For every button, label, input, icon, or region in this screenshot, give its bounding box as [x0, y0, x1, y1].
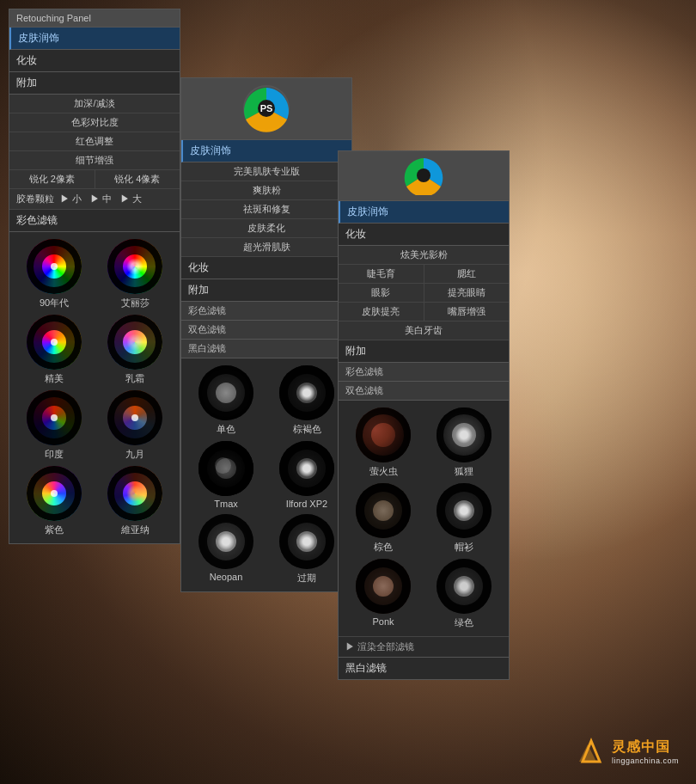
color-item-viana[interactable]: 維亚纳 — [97, 466, 173, 536]
panel-3-skin-section[interactable]: 皮肤润饰 — [339, 201, 509, 224]
wheel-brown-label: 棕褐色 — [293, 423, 321, 436]
wheel-90s-label: 90年代 — [40, 297, 69, 309]
panel-1-color-filter-header: 彩色滤镜 — [9, 210, 180, 232]
wheel-firefly-icon — [356, 407, 411, 462]
btn-ultra-smooth[interactable]: 超光滑肌肤 — [181, 238, 351, 257]
wheel-neopan-icon — [198, 514, 253, 569]
btn-sharpen-4px[interactable]: 锐化 4像素 — [95, 170, 180, 188]
panel-1-skin-section[interactable]: 皮肤润饰 — [9, 28, 180, 50]
wheel-neopan-label: Neopan — [210, 572, 243, 582]
btn-lashes[interactable]: 睫毛育 — [339, 265, 424, 283]
btn-blush[interactable]: 腮红 — [424, 265, 510, 283]
panel-1-color-grid: 90年代 艾丽莎 精美 乳霜 印度 九月 紫色 — [9, 232, 180, 543]
wheel-india-label: 印度 — [45, 448, 64, 461]
color-item-90s[interactable]: 90年代 — [16, 239, 92, 309]
watermark-text-block: 灵感中国 lingganchina.com — [612, 738, 679, 765]
btn-fresh-powder[interactable]: 爽肤粉 — [181, 181, 351, 200]
panel-3-addon-section[interactable]: 附加 — [339, 340, 509, 363]
wheel-jingmei-label: 精美 — [45, 372, 64, 385]
bw-item-mono[interactable]: 单色 — [188, 365, 264, 436]
panel-2-titlebar[interactable]: PS — [181, 78, 351, 140]
color-item-jingmei[interactable]: 精美 — [16, 315, 92, 385]
btn-red-adjust[interactable]: 红色调整 — [9, 132, 180, 151]
panel-1-makeup-section[interactable]: 化妆 — [9, 50, 180, 72]
wheel-sept-label: 九月 — [125, 448, 144, 461]
bw-item-expired[interactable]: 过期 — [269, 514, 345, 585]
color-item-alice[interactable]: 艾丽莎 — [97, 239, 173, 309]
bw3-item-hat[interactable]: 帽衫 — [426, 483, 502, 554]
watermark-logo-icon — [576, 736, 607, 767]
wheel-hat-icon — [437, 483, 491, 538]
panel-1: Retouching Panel 皮肤润饰 化妆 附加 加深/减淡 色彩对比度 … — [9, 9, 180, 544]
bw3-item-tan[interactable]: 棕色 — [345, 483, 421, 554]
btn-sharpen-2px[interactable]: 锐化 2像素 — [9, 170, 95, 188]
svg-point-5 — [417, 168, 430, 182]
panel-3-makeup-section[interactable]: 化妆 — [339, 224, 509, 246]
wheel-ponk-icon — [356, 559, 411, 614]
btn-whitening[interactable]: 美白牙齿 — [339, 322, 509, 340]
svg-text:PS: PS — [260, 103, 273, 113]
makeup-row-2: 眼影 提亮眼睛 — [339, 284, 509, 303]
bw-item-tmax[interactable]: Tmax — [188, 441, 264, 509]
grain-large[interactable]: ▶ 大 — [118, 192, 144, 206]
wheel-brown-icon — [279, 365, 334, 420]
wheel-lactic-icon — [107, 315, 162, 370]
watermark-cn: 灵感中国 — [612, 738, 670, 756]
color-item-purple[interactable]: 紫色 — [16, 466, 92, 536]
btn-lip-enhance[interactable]: 嘴唇增强 — [424, 303, 510, 321]
grain-medium[interactable]: ▶ 中 — [88, 192, 114, 206]
wheel-jingmei-icon — [27, 315, 82, 370]
btn-glamour-powder[interactable]: 炫美光影粉 — [339, 246, 509, 265]
sharpen-row: 锐化 2像素 锐化 4像素 — [9, 170, 180, 189]
bw-item-neopan[interactable]: Neopan — [188, 514, 264, 585]
panel-3-bw-grid: 萤火虫 狐狸 棕色 帽衫 Ponk 绿色 — [339, 401, 509, 636]
wheel-ilford-label: Ilford XP2 — [286, 499, 327, 509]
panel-2-addon-section[interactable]: 附加 — [181, 279, 351, 302]
panel-3-bw-header: 黑白滤镜 — [339, 657, 509, 679]
ps-logo-small-icon — [398, 156, 449, 195]
grain-label: 胶卷颗粒 — [16, 193, 54, 205]
btn-darken-lighten[interactable]: 加深/减淡 — [9, 95, 180, 113]
bw3-item-green[interactable]: 绿色 — [426, 559, 502, 629]
wheel-purple-label: 紫色 — [45, 524, 64, 536]
color-item-lactic[interactable]: 乳霜 — [97, 315, 173, 385]
wheel-green-icon — [437, 559, 491, 614]
wheel-tmax-icon — [198, 441, 253, 496]
panel-2-bw-grid: 单色 棕褐色 Tmax Ilford XP2 Neopan 过期 — [181, 358, 351, 591]
btn-detail-enhance[interactable]: 细节增强 — [9, 151, 180, 170]
panel-3-colorfilter: 彩色滤镜 — [339, 363, 509, 382]
color-item-sept[interactable]: 九月 — [97, 390, 173, 461]
panel-2-skin-section[interactable]: 皮肤润饰 — [181, 140, 351, 162]
panel-2: PS 皮肤润饰 完美肌肤专业版 爽肤粉 祛斑和修复 皮肤柔化 超光滑肌肤 化妆 … — [180, 77, 352, 592]
wheel-expired-icon — [279, 514, 334, 569]
panel-1-titlebar[interactable]: Retouching Panel — [9, 9, 180, 28]
bw3-item-fox[interactable]: 狐狸 — [426, 407, 502, 478]
wheel-tan-label: 棕色 — [374, 541, 393, 554]
wheel-firefly-label: 萤火虫 — [369, 465, 398, 478]
wheel-green-label: 绿色 — [455, 616, 473, 629]
panel-3-titlebar[interactable] — [339, 151, 509, 201]
wheel-mono-icon — [198, 365, 253, 420]
panel-2-makeup-section[interactable]: 化妆 — [181, 257, 351, 279]
btn-skin-soften[interactable]: 皮肤柔化 — [181, 219, 351, 238]
bw-item-ilford[interactable]: Ilford XP2 — [269, 441, 345, 509]
btn-skin-bright[interactable]: 皮肤提亮 — [339, 303, 424, 321]
color-item-india[interactable]: 印度 — [16, 390, 92, 461]
wheel-ponk-label: Ponk — [372, 616, 394, 627]
wheel-purple-icon — [27, 466, 82, 521]
grain-row: 胶卷颗粒 ▶ 小 ▶ 中 ▶ 大 — [9, 189, 180, 210]
wheel-viana-icon — [107, 466, 162, 521]
bw3-item-ponk[interactable]: Ponk — [345, 559, 421, 629]
wheel-expired-label: 过期 — [297, 572, 316, 585]
btn-spot-repair[interactable]: 祛斑和修复 — [181, 200, 351, 219]
bw3-item-firefly[interactable]: 萤火虫 — [345, 407, 421, 478]
grain-small[interactable]: ▶ 小 — [58, 192, 84, 206]
btn-perfect-skin[interactable]: 完美肌肤专业版 — [181, 162, 351, 181]
render-all-btn[interactable]: ▶ 渲染全部滤镜 — [339, 636, 509, 657]
wheel-viana-label: 維亚纳 — [121, 524, 150, 536]
btn-color-contrast[interactable]: 色彩对比度 — [9, 113, 180, 132]
btn-eyeshadow[interactable]: 眼影 — [339, 284, 424, 302]
btn-eye-bright[interactable]: 提亮眼睛 — [424, 284, 510, 302]
bw-item-brown[interactable]: 棕褐色 — [269, 365, 345, 436]
panel-1-addon-section[interactable]: 附加 — [9, 72, 180, 95]
